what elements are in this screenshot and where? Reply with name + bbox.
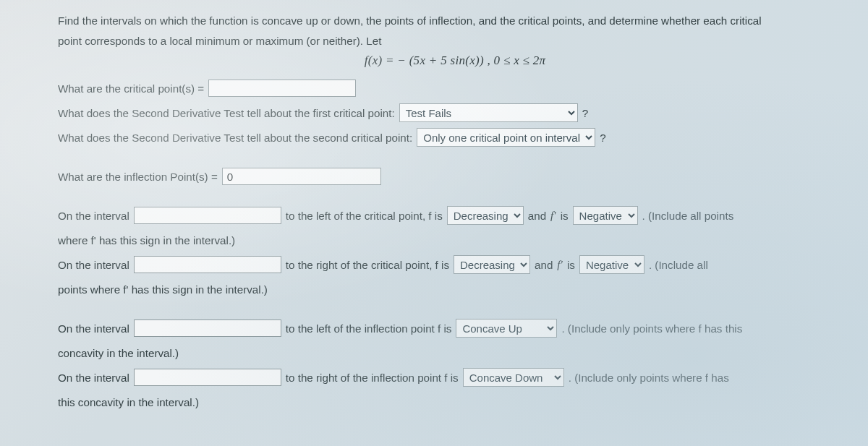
include-all-points-note-1: . (Include all points: [642, 210, 734, 222]
is-2: is: [567, 259, 575, 271]
second-deriv-1-row: What does the Second Derivative Test tel…: [58, 103, 852, 123]
critical-points-label: What are the critical point(s) =: [58, 82, 204, 95]
interval-left-crit-input[interactable]: [134, 207, 281, 224]
left-crit-cont-row: where f' has this sign in the interval.): [58, 230, 852, 250]
inflection-points-label: What are the inflection Point(s) =: [58, 171, 218, 183]
include-all-note-2: . (Include all: [649, 259, 708, 271]
concavity-in-interval-1: concavity in the interval.): [58, 347, 179, 359]
right-infl-row: On the interval to the right of the infl…: [58, 367, 852, 387]
fprime-label-1: f: [550, 209, 556, 222]
include-only-note-2: . (Include only points where f has: [569, 372, 729, 384]
left-crit-label: to the left of the critical point, f is: [286, 210, 443, 222]
second-deriv-1-label: What does the Second Derivative Test tel…: [58, 107, 395, 119]
second-deriv-2-select[interactable]: Only one critical point on intervalTest …: [417, 128, 595, 147]
left-crit-direction-select[interactable]: DecreasingIncreasing: [447, 206, 524, 225]
second-deriv-2-label: What does the Second Derivative Test tel…: [58, 132, 412, 144]
is-1: is: [561, 210, 569, 222]
on-interval-4: On the interval: [58, 372, 129, 384]
intro-line-1: Find the intervals on which the function…: [58, 13, 852, 29]
interval-left-infl-input[interactable]: [134, 320, 281, 337]
second-deriv-2-row: What does the Second Derivative Test tel…: [58, 127, 852, 147]
left-crit-row: On the interval to the left of the criti…: [58, 205, 852, 226]
left-crit-sign-select[interactable]: NegativePositiveZero: [573, 206, 638, 225]
include-only-note-1: . (Include only points where f has this: [561, 322, 742, 335]
inflection-points-input[interactable]: [222, 168, 381, 185]
and-1: and: [528, 210, 546, 222]
right-crit-label: to the right of the critical point, f is: [286, 259, 449, 271]
right-crit-row: On the interval to the right of the crit…: [58, 254, 852, 275]
left-infl-label: to the left of the inflection point f is: [286, 322, 452, 335]
on-interval-3: On the interval: [58, 322, 129, 335]
right-crit-cont-row: points where f' has this sign in the int…: [58, 279, 852, 299]
left-infl-cont-row: concavity in the interval.): [58, 343, 852, 363]
and-2: and: [535, 259, 553, 271]
right-crit-sign-select[interactable]: NegativePositiveZero: [579, 255, 644, 274]
problem-page: Find the intervals on which the function…: [0, 0, 868, 446]
this-concavity-in-interval: this concavity in the interval.): [58, 396, 199, 408]
second-deriv-1-select[interactable]: Test FailsLocal MaximumLocal MinimumCann…: [399, 103, 578, 122]
interval-right-crit-input[interactable]: [134, 256, 281, 273]
qmark-2: ?: [600, 132, 605, 144]
right-infl-concavity-select[interactable]: Concave UpConcave Down: [463, 368, 564, 387]
fprime-label-2: f: [557, 258, 563, 271]
on-interval-2: On the interval: [58, 259, 129, 271]
right-infl-label: to the right of the inflection point f i…: [286, 372, 459, 384]
left-infl-concavity-select[interactable]: Concave UpConcave Down: [456, 319, 557, 338]
critical-points-input[interactable]: [208, 80, 356, 97]
left-infl-row: On the interval to the left of the infle…: [58, 318, 852, 338]
function-formula: f(x) = − (5x + 5 sin(x)) , 0 ≤ x ≤ 2π: [58, 53, 852, 68]
interval-right-infl-input[interactable]: [134, 369, 281, 386]
points-where-sign-2: points where f' has this sign in the int…: [58, 283, 268, 296]
right-crit-direction-select[interactable]: DecreasingIncreasing: [454, 255, 530, 274]
intro-line-2: point corresponds to a local minimum or …: [58, 33, 852, 49]
inflection-points-row: What are the inflection Point(s) =: [58, 166, 852, 186]
critical-points-row: What are the critical point(s) =: [58, 78, 852, 98]
right-infl-cont-row: this concavity in the interval.): [58, 392, 852, 412]
where-sign-1: where f' has this sign in the interval.): [58, 234, 235, 246]
on-interval-1: On the interval: [58, 210, 129, 222]
qmark-1: ?: [582, 107, 588, 119]
